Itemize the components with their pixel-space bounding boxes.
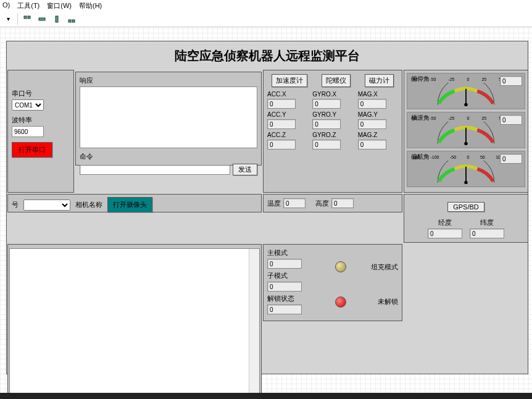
svg-point-11	[464, 181, 468, 184]
baud-label: 波特率	[12, 116, 44, 125]
unlock-label: 解锁状态	[267, 294, 330, 303]
port-select[interactable]: COM1	[12, 99, 44, 111]
camera-view-panel	[7, 244, 262, 399]
align-icon-1[interactable]	[22, 14, 33, 25]
send-button[interactable]: 发送	[233, 164, 257, 175]
menu-o[interactable]: O)	[2, 1, 10, 10]
sub-mode-label: 子模式	[267, 271, 330, 280]
svg-rect-5	[72, 20, 75, 22]
gauge-value-1	[500, 115, 522, 125]
sub-mode-field	[267, 282, 302, 292]
mag-button[interactable]: 磁力计	[365, 74, 394, 87]
lat-field	[470, 229, 504, 238]
menu-window[interactable]: 窗口(W)	[47, 1, 72, 10]
baud-input[interactable]	[12, 126, 44, 137]
tank-led-icon	[335, 261, 346, 272]
sensor-gyro-x: GYRO.X	[312, 91, 352, 109]
taskbar	[0, 393, 532, 399]
svg-point-7	[464, 103, 468, 106]
sensor-gyro-y: GYRO.Y	[312, 111, 352, 129]
env-panel: 温度 高度	[263, 194, 402, 212]
sensor-acc-x: ACC.X	[267, 91, 307, 109]
port-label: 串口号	[12, 89, 44, 98]
main-form: 陆空应急侦察机器人远程监测平台 串口号 COM1 波特率 打开串口 响应	[6, 41, 528, 374]
align-icon-2[interactable]	[36, 14, 48, 25]
open-serial-button[interactable]: 打开串口	[12, 142, 52, 158]
attitude-panel: 俯仰角 -90-50-250255090 横滚角 -90-50-25025509…	[404, 70, 528, 193]
lon-field	[428, 229, 462, 238]
command-input[interactable]	[80, 165, 230, 175]
menu-help[interactable]: 帮助(H)	[79, 1, 102, 10]
serial-panel: 串口号 COM1 波特率 打开串口	[7, 70, 74, 193]
toolbar-dropdown-icon[interactable]: ▾	[2, 14, 14, 25]
align-icon-4[interactable]	[66, 14, 77, 25]
gauge-value-2	[500, 154, 522, 164]
cam-name-label: 相机名称	[75, 200, 102, 209]
gps-button[interactable]: GPS/BD	[447, 202, 484, 212]
sensor-mag-z: MAG.Z	[358, 132, 398, 149]
gauges-container: 俯仰角 -90-50-250255090 横滚角 -90-50-25025509…	[407, 73, 525, 187]
sensor-panel: 加速度计 陀螺仪 磁力计 ACC.XGYRO.XMAG.XACC.YGYRO.Y…	[263, 70, 402, 193]
gps-panel: GPS/BD 经度 纬度	[404, 194, 528, 243]
camera-select[interactable]	[23, 200, 70, 211]
camera-panel: 号 相机名称 打开摄像头	[7, 194, 262, 212]
gauge-2: 偏航角 -180-100-50050100180	[407, 151, 525, 187]
sensor-gyro-z: GYRO.Z	[312, 132, 352, 149]
gauge-value-0	[500, 76, 522, 86]
acc-button[interactable]: 加速度计	[272, 74, 307, 87]
main-mode-field	[267, 259, 302, 269]
tank-mode-label: 坦克模式	[371, 262, 398, 272]
form-title: 陆空应急侦察机器人远程监测平台	[7, 41, 528, 69]
gyro-button[interactable]: 陀螺仪	[322, 74, 351, 87]
svg-point-9	[464, 142, 468, 145]
response-textbox[interactable]	[80, 86, 257, 148]
unlock-field	[267, 304, 302, 314]
alt-field	[331, 198, 354, 208]
lat-label: 纬度	[470, 218, 504, 227]
open-camera-button[interactable]: 打开摄像头	[107, 197, 152, 212]
sensor-mag-x: MAG.X	[358, 91, 398, 109]
camera-view	[9, 248, 260, 399]
response-label: 响应	[80, 76, 257, 85]
toolbar: ▾	[0, 11, 532, 27]
sensor-acc-y: ACC.Y	[267, 111, 307, 129]
align-icon-3[interactable]	[51, 14, 62, 25]
cam-dev-label: 号	[12, 200, 19, 209]
svg-rect-1	[28, 16, 30, 19]
temp-field	[283, 198, 305, 208]
lock-led-icon	[335, 296, 346, 308]
comm-panel: 响应 命令 发送	[75, 72, 262, 166]
svg-rect-2	[39, 18, 45, 20]
temp-label: 温度	[267, 199, 281, 208]
menubar: O) 工具(T) 窗口(W) 帮助(H)	[0, 0, 532, 11]
sensor-grid: ACC.XGYRO.XMAG.XACC.YGYRO.YMAG.YACC.ZGYR…	[267, 91, 398, 149]
gauge-1: 横滚角 -90-50-250255090	[407, 112, 525, 148]
mode-panel: 主模式 子模式 解锁状态 坦克模式 未解锁	[263, 244, 402, 321]
svg-rect-3	[56, 16, 58, 22]
menu-tools[interactable]: 工具(T)	[17, 1, 39, 10]
svg-rect-0	[24, 16, 27, 19]
lon-label: 经度	[428, 218, 462, 227]
sensor-acc-z: ACC.Z	[267, 132, 307, 149]
gauge-0: 俯仰角 -90-50-250255090	[407, 73, 525, 109]
locked-label: 未解锁	[378, 297, 398, 306]
alt-label: 高度	[315, 199, 329, 208]
svg-rect-4	[69, 20, 71, 22]
design-canvas: 陆空应急侦察机器人远程监测平台 串口号 COM1 波特率 打开串口 响应	[0, 27, 532, 399]
command-label: 命令	[80, 152, 257, 161]
main-mode-label: 主模式	[267, 248, 330, 258]
sensor-mag-y: MAG.Y	[358, 111, 398, 129]
